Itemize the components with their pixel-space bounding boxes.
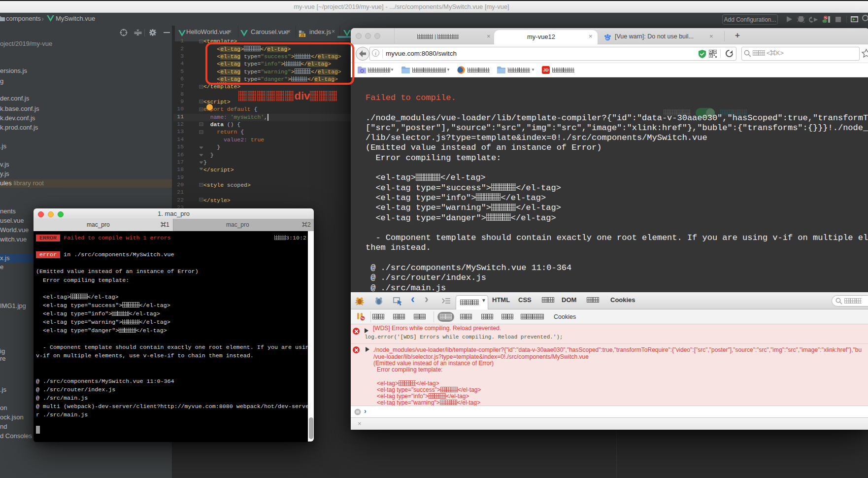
svg-text:du: du [606,37,609,40]
svg-text:JS: JS [300,34,305,37]
